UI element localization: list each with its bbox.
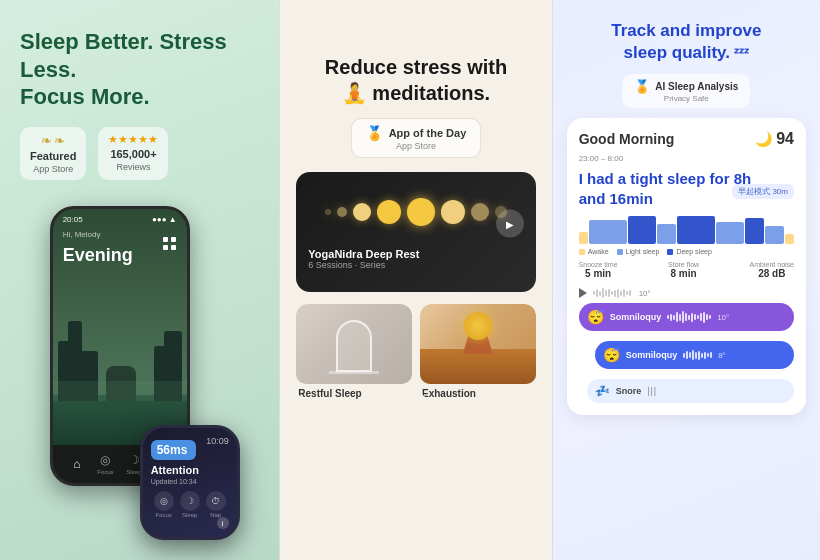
somniloquy-text-1: Somniloquy xyxy=(610,312,662,322)
moon-4 xyxy=(377,200,401,224)
somniloquy-msg-2[interactable]: 😴 Somniloquy 8° xyxy=(595,341,794,369)
nav-focus[interactable]: ◎ Focus xyxy=(97,452,113,475)
video-card[interactable]: YogaNidra Deep Rest 6 Sessions · Series … xyxy=(296,172,535,292)
watch-ms-value: 56ms xyxy=(157,443,188,457)
watch-sleep-btn[interactable]: ☽ Sleep xyxy=(180,491,200,518)
ai-sleep-badge: 🏅 AI Sleep Analysis Privacy Safe xyxy=(622,74,750,108)
exhaustion-thumb[interactable]: Exhaustion xyxy=(420,304,536,399)
somniloquy-emoji-2: 😴 xyxy=(603,347,620,363)
snore-waveform: ||| xyxy=(647,386,657,396)
moon-7 xyxy=(471,203,489,221)
nav-home[interactable]: ⌂ xyxy=(69,456,85,472)
video-title: YogaNidra Deep Rest xyxy=(308,248,523,260)
ai-badge-label: AI Sleep Analysis xyxy=(655,81,738,92)
sun-shape xyxy=(464,312,492,340)
focus-icon: ◎ xyxy=(97,452,113,468)
ai-award-icon: 🏅 xyxy=(634,79,650,94)
restful-sleep-image xyxy=(296,304,412,384)
exhaustion-label: Exhaustion xyxy=(420,388,536,399)
panel-track-sleep: Track and improvesleep quality.ᶻᶻᶻ 🏅 AI … xyxy=(553,0,820,560)
award-leaves: ❧ ❧ xyxy=(41,133,65,148)
sleep-time-range: 23:00 – 8:00 xyxy=(579,154,794,163)
snore-icon: 💤 xyxy=(595,384,610,398)
sleep-chart: Awake Light sleep Deep sleep xyxy=(579,216,794,255)
snore-msg[interactable]: 💤 Snore ||| xyxy=(587,379,794,403)
phone-watch-container: 20:05 ●●● ▲ Hi, Melody Evening xyxy=(40,206,240,541)
panel-meditations: Reduce stress with 🧘 meditations. 🏅 App … xyxy=(280,0,551,560)
info-icon: i xyxy=(217,517,229,529)
bar-awake-2 xyxy=(785,234,794,244)
ai-badge-sub: Privacy Safe xyxy=(664,94,709,103)
stat-ambient: Ambient noise 28 dB xyxy=(750,261,794,279)
watch-focus-btn[interactable]: ◎ Focus xyxy=(154,491,174,518)
bar-light-3 xyxy=(716,222,744,244)
deep-legend-text: Deep sleep xyxy=(676,248,711,255)
panel2-headline: Reduce stress with 🧘 meditations. xyxy=(325,28,507,106)
panel1-headline: Sleep Better. Stress Less. Focus More. xyxy=(20,28,259,111)
awake-legend-text: Awake xyxy=(588,248,609,255)
legend-light: Light sleep xyxy=(617,248,660,255)
play-button[interactable]: ▶ xyxy=(496,210,524,238)
badges-row: ❧ ❧ Featured App Store ★★★★★ 165,000+ Re… xyxy=(20,127,168,180)
appofday-label: App of the Day xyxy=(389,127,467,139)
somniloquy-msg-1[interactable]: 😴 Somniloquy xyxy=(579,303,794,331)
deep-dot xyxy=(667,249,673,255)
ambient-label: Ambient noise xyxy=(750,261,794,268)
sleep-card-header: Good Morning 🌙 94 xyxy=(579,130,794,148)
moon-5 xyxy=(407,198,435,226)
watch-sleep-label: Sleep xyxy=(182,512,197,518)
snooze-label: Snooze time xyxy=(579,261,618,268)
bar-light-1 xyxy=(589,220,627,244)
exhaustion-image xyxy=(420,304,536,384)
sleep-summary-container: I had a tight sleep for 8h and 16min 早起模… xyxy=(579,169,794,208)
somniloquy-emoji-1: 😴 xyxy=(587,309,604,325)
snooze-value: 5 min xyxy=(585,268,611,279)
audio-waveform-2 xyxy=(683,348,712,362)
ai-badge-row: 🏅 AI Sleep Analysis xyxy=(634,79,738,94)
bar-light-4 xyxy=(765,226,784,244)
play-audio-icon[interactable] xyxy=(579,288,587,298)
restful-sleep-label: Restful Sleep xyxy=(296,388,412,399)
bar-awake-1 xyxy=(579,232,588,244)
panel3-headline-container: Track and improvesleep quality.ᶻᶻᶻ xyxy=(611,20,761,64)
bar-deep-1 xyxy=(628,216,656,244)
phone-status-bar: 20:05 ●●● ▲ xyxy=(53,209,187,226)
legend-deep: Deep sleep xyxy=(667,248,711,255)
msg2-duration: 8° xyxy=(718,351,726,360)
light-dot xyxy=(617,249,623,255)
arch-decoration xyxy=(336,320,372,372)
bar-deep-3 xyxy=(745,218,764,244)
watch-attention-badge: 56ms xyxy=(151,440,197,460)
moon-2 xyxy=(337,207,347,217)
nature-scene xyxy=(53,285,187,445)
play-row: 10° xyxy=(579,287,794,299)
watch-screen: 56ms 10:09 Attention Updated 10:34 ◎ Foc… xyxy=(143,428,237,537)
watch-sleep-icon: ☽ xyxy=(180,491,200,511)
ambient-value: 28 dB xyxy=(758,268,785,279)
audio-messages: 10° 😴 Somniloquy xyxy=(579,287,794,403)
featured-badge: ❧ ❧ Featured App Store xyxy=(20,127,86,180)
watch-nap-btn[interactable]: ⏱ Nap xyxy=(206,491,226,518)
score-value: 94 xyxy=(776,130,794,148)
focus-label: Focus xyxy=(97,469,113,475)
featured-sub: App Store xyxy=(33,164,73,174)
watch-focus-icon: ◎ xyxy=(154,491,174,511)
awake-dot xyxy=(579,249,585,255)
light-legend-text: Light sleep xyxy=(626,248,660,255)
chart-bars xyxy=(579,216,794,244)
waveform-small xyxy=(593,287,631,299)
phone-signal: ●●● ▲ xyxy=(152,215,177,224)
moon-3 xyxy=(353,203,371,221)
award-icon: 🏅 xyxy=(366,125,383,141)
arch-base xyxy=(329,371,379,374)
watch-time: 10:09 xyxy=(206,436,229,446)
legend-awake: Awake xyxy=(579,248,609,255)
watch-update-label: Updated 10:34 xyxy=(151,478,229,485)
msg1-duration: 10° xyxy=(717,313,729,322)
restful-sleep-thumb[interactable]: Restful Sleep xyxy=(296,304,412,399)
panel-sleep-better: Sleep Better. Stress Less. Focus More. ❧… xyxy=(0,0,279,560)
stat-snooze: Snooze time 5 min xyxy=(579,261,618,279)
reviews-count: 165,000+ xyxy=(110,148,156,160)
good-morning-label: Good Morning xyxy=(579,131,675,147)
watch-focus-label: Focus xyxy=(155,512,171,518)
